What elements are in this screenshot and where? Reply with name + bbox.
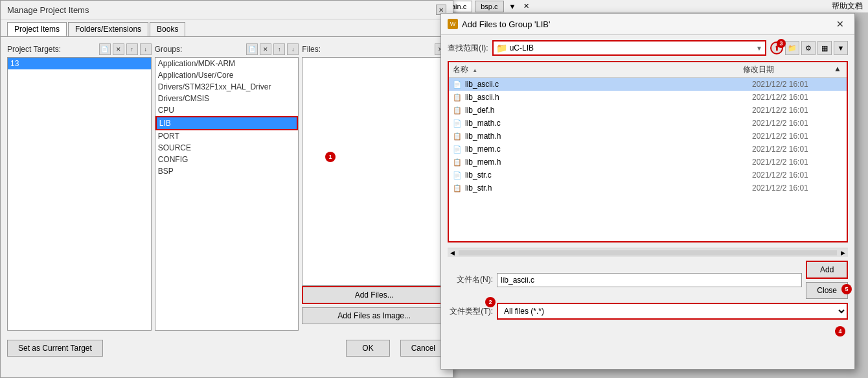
groups-list[interactable]: Application/MDK-ARMApplication/User/Core… <box>155 57 299 331</box>
annotation-5: 5 <box>841 284 852 294</box>
toolbar-numbered-btn[interactable]: 3 ⬆ <box>770 41 783 54</box>
location-combo[interactable]: 📁 uC-LIB ▼ <box>492 40 766 56</box>
file-date: 2021/12/2 16:01 <box>752 80 843 89</box>
file-row[interactable]: 📋lib_ascii.h2021/12/2 16:01 <box>449 91 847 104</box>
file-date: 2021/12/2 16:01 <box>752 183 843 193</box>
group-item[interactable]: CONFIG <box>155 154 299 165</box>
file-name: lib_str.h <box>465 183 752 193</box>
file-icon: 📄 <box>453 119 462 128</box>
toolbar-star-btn[interactable]: ⚙ <box>801 41 816 55</box>
group-item[interactable]: CPU <box>155 104 299 116</box>
file-date: 2021/12/2 16:01 <box>752 93 843 102</box>
add-files-close-button[interactable]: ✕ <box>832 18 848 30</box>
toolbar-view-btn[interactable]: ▦ <box>817 41 832 55</box>
group-item[interactable]: Drivers/STM32F1xx_HAL_Driver <box>155 81 299 93</box>
col-name-header[interactable]: 名称 ▲ <box>453 64 743 75</box>
file-icon: 📋 <box>453 132 462 141</box>
file-row[interactable]: 📄lib_math.c2021/12/2 16:01 <box>449 117 847 130</box>
group-item[interactable]: BSP <box>155 165 299 177</box>
ok-button[interactable]: OK <box>346 340 389 357</box>
tab-project-items[interactable]: Project Items <box>7 22 67 36</box>
set-current-target-button[interactable]: Set as Current Target <box>7 340 103 357</box>
file-icon: 📋 <box>453 158 462 167</box>
files-panel: Files: ✕ <box>302 43 446 286</box>
annotation-1: 1 <box>325 152 336 162</box>
scroll-left-icon[interactable]: ◀ <box>448 250 457 256</box>
file-date: 2021/12/2 16:01 <box>752 171 843 180</box>
close-tab-icon[interactable]: ▼ <box>507 3 519 10</box>
file-icon: 📄 <box>453 171 462 180</box>
file-row[interactable]: 📋lib_str.h2021/12/2 16:01 <box>449 182 847 195</box>
add-files-title: Add Files to Group 'LIB' <box>462 19 828 29</box>
file-name: lib_def.h <box>465 106 752 115</box>
targets-down-btn[interactable]: ↓ <box>140 43 152 55</box>
file-name: lib_mem.c <box>465 145 752 154</box>
cancel-button[interactable]: Cancel <box>400 340 446 357</box>
toolbar-new-folder-btn[interactable]: 📁 <box>785 41 799 55</box>
files-label: Files: <box>302 45 433 54</box>
targets-delete-btn[interactable]: ✕ <box>113 43 124 55</box>
file-icon: 📄 <box>453 80 462 89</box>
location-value: uC-LIB <box>510 43 753 53</box>
file-list[interactable]: 📄lib_ascii.c2021/12/2 16:01📋lib_ascii.h2… <box>449 78 847 242</box>
group-item[interactable]: Application/MDK-ARM <box>155 58 299 69</box>
groups-down-btn[interactable]: ↓ <box>287 43 299 55</box>
tab-books[interactable]: Books <box>150 22 185 36</box>
group-item[interactable]: SOURCE <box>155 142 299 154</box>
file-row[interactable]: 📋lib_def.h2021/12/2 16:01 <box>449 104 847 117</box>
group-item[interactable]: LIB <box>155 116 299 130</box>
file-name: lib_ascii.c <box>465 80 752 89</box>
tab-bsp-c[interactable]: bsp.c <box>475 1 503 12</box>
annotation-3: 3 <box>777 39 786 48</box>
group-item[interactable]: PORT <box>155 130 299 142</box>
file-action-buttons: Add Files... Add Files as Image... <box>302 286 446 324</box>
form-actions: Add Close <box>806 261 848 299</box>
file-row[interactable]: 📄lib_mem.c2021/12/2 16:01 <box>449 143 847 156</box>
close-icon[interactable]: ✕ <box>521 2 532 10</box>
toolbar-view-down-btn[interactable]: ▼ <box>834 41 848 55</box>
horizontal-scrollbar[interactable]: ◀ ▶ <box>448 248 848 257</box>
manage-dialog-title: Manage Project Items <box>7 5 89 15</box>
file-row[interactable]: 📄lib_ascii.c2021/12/2 16:01 <box>449 78 847 91</box>
groups-new-btn[interactable]: 📄 <box>246 43 258 55</box>
filetype-select[interactable]: All files (*.*) <box>497 303 848 320</box>
file-row[interactable]: 📋lib_mem.h2021/12/2 16:01 <box>449 156 847 169</box>
filename-row: 文件名(N): Add Close <box>448 261 848 299</box>
groups-delete-btn[interactable]: ✕ <box>260 43 271 55</box>
file-icon: 📋 <box>453 184 462 193</box>
group-item[interactable]: Application/User/Core <box>155 69 299 81</box>
targets-new-btn[interactable]: 📄 <box>99 43 111 55</box>
filename-input[interactable] <box>497 273 802 287</box>
dropdown-arrow-icon[interactable]: ▼ <box>756 45 762 52</box>
targets-list[interactable]: 13 <box>7 57 152 331</box>
add-files-button[interactable]: Add Files... <box>302 286 446 304</box>
annotation-4: 4 <box>835 326 845 337</box>
file-date: 2021/12/2 16:01 <box>752 106 843 115</box>
file-row[interactable]: 📄lib_str.c2021/12/2 16:01 <box>449 169 847 182</box>
file-row[interactable]: 📋lib_math.h2021/12/2 16:01 <box>449 130 847 143</box>
targets-up-btn[interactable]: ↑ <box>126 43 138 55</box>
target-item-13[interactable]: 13 <box>8 58 151 69</box>
file-name: lib_ascii.h <box>465 93 752 102</box>
groups-label: Groups: <box>155 45 245 54</box>
dialog-icon: W <box>448 19 458 29</box>
group-item[interactable]: Drivers/CMSIS <box>155 93 299 104</box>
add-files-image-button[interactable]: Add Files as Image... <box>302 307 446 324</box>
file-date: 2021/12/2 16:01 <box>752 158 843 167</box>
file-date: 2021/12/2 16:01 <box>752 119 843 128</box>
add-button[interactable]: Add <box>806 261 848 279</box>
file-date: 2021/12/2 16:01 <box>752 132 843 141</box>
file-name: lib_str.c <box>465 171 752 180</box>
file-name: lib_mem.h <box>465 158 752 167</box>
toolbar: 3 ⬆ 📁 ⚙ ▦ ▼ <box>770 41 848 55</box>
scroll-track[interactable] <box>459 250 837 255</box>
files-list[interactable] <box>302 57 446 286</box>
add-files-dialog: W Add Files to Group 'LIB' ✕ 查找范围(I): 📁 … <box>440 13 855 370</box>
tab-folders-extensions[interactable]: Folders/Extensions <box>68 22 148 36</box>
groups-panel: Groups: 📄 ✕ ↑ ↓ Application/MDK-ARMAppli… <box>155 43 299 331</box>
targets-label: Project Targets: <box>7 45 97 54</box>
filename-label: 文件名(N): <box>448 274 493 285</box>
scroll-right-icon[interactable]: ▶ <box>838 250 848 256</box>
groups-up-btn[interactable]: ↑ <box>273 43 285 55</box>
col-date-header[interactable]: 修改日期 <box>743 64 834 75</box>
